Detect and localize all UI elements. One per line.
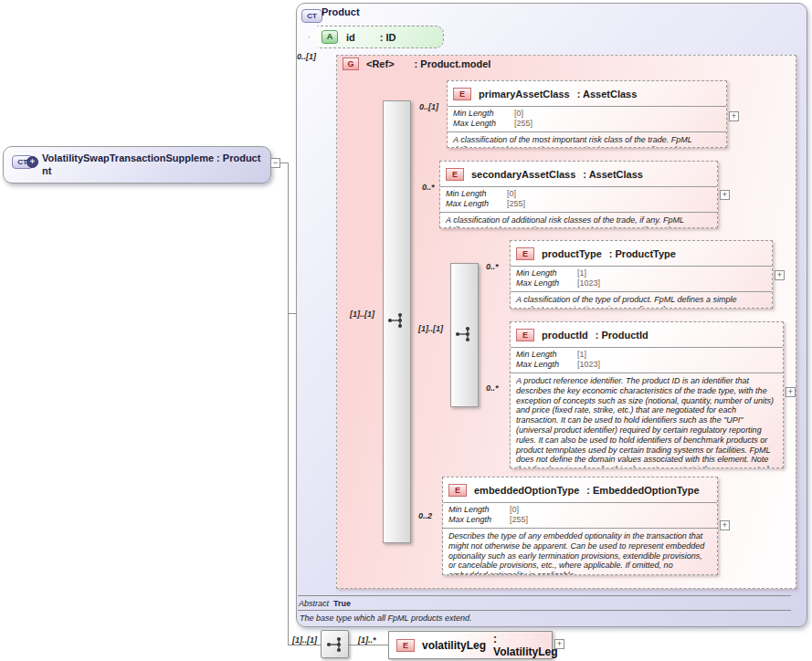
cardinality-label: 0..2 <box>418 511 432 520</box>
facet-label: Min Length <box>453 109 514 119</box>
ref-group-header[interactable]: G <Ref> : Product.model <box>343 58 490 70</box>
expand-button[interactable]: + <box>775 270 785 280</box>
root-type-box[interactable]: CT + VolatilitySwapTransactionSuppleme :… <box>3 146 271 184</box>
element-annotation: Describes the type of any embedded optio… <box>443 528 717 575</box>
element-facets: Min Length[1] Max Length[1023] <box>511 347 783 372</box>
cardinality-label: [1]..[1] <box>292 635 317 645</box>
abstract-label: Abstract <box>299 599 329 608</box>
expand-button[interactable]: + <box>554 639 564 649</box>
facet-value: [1023] <box>577 278 600 289</box>
element-name: productId <box>542 330 588 341</box>
root-type-name-line1: VolatilitySwapTransactionSuppleme : Prod… <box>42 152 265 164</box>
element-facets: Min Length[0] Max Length[255] <box>448 106 726 131</box>
sequence-icon[interactable] <box>386 311 406 333</box>
element-name: primaryAssetClass <box>479 89 570 100</box>
element-annotation: A classification of the type of product.… <box>511 291 772 309</box>
attribute-icon: A <box>322 30 338 44</box>
element-icon: E <box>448 484 467 497</box>
element-box-productId: E productId : ProductId Min Length[1] Ma… <box>510 321 784 468</box>
element-name: secondaryAssetClass <box>471 169 575 180</box>
attribute-id-box[interactable]: A id : ID <box>309 26 444 48</box>
group-icon: G <box>343 58 359 70</box>
element-name: volatilityLeg <box>422 639 486 652</box>
root-type-name-line2: nt <box>42 164 265 177</box>
element-icon: E <box>396 639 415 652</box>
facet-label: Max Length <box>516 278 577 289</box>
element-type: : AssetClass <box>583 169 643 180</box>
facet-label: Max Length <box>453 119 514 129</box>
cardinality-label: 0..* <box>486 383 499 393</box>
element-name: embeddedOptionType <box>474 485 579 496</box>
facet-value: [0] <box>507 189 516 199</box>
facet-label: Max Length <box>446 199 507 209</box>
connector-line <box>349 645 388 645</box>
element-icon: E <box>446 168 464 181</box>
facet-label: Max Length <box>448 515 510 525</box>
element-box-secondaryAssetClass: E secondaryAssetClass : AssetClass Min L… <box>439 161 718 228</box>
abstract-value: True <box>333 599 351 608</box>
element-type: : EmbeddedOptionType <box>586 485 699 496</box>
sequence-icon[interactable] <box>454 325 474 347</box>
element-facets: Min Length[1] Max Length[1023] <box>511 266 772 291</box>
facet-value: [255] <box>510 515 528 525</box>
facet-label: Min Length <box>446 189 507 199</box>
element-annotation: A classification of the most important r… <box>448 131 726 148</box>
collapse-button[interactable]: − <box>270 158 280 168</box>
element-type: : ProductId <box>596 330 649 341</box>
element-box-embeddedOptionType: E embeddedOptionType : EmbeddedOptionTyp… <box>442 477 718 575</box>
base-type-note: The base type which all FpML products ex… <box>300 614 471 623</box>
schema-diagram: CT Product G <Ref> : Product.model A id … <box>0 0 812 661</box>
element-annotation: A classification of additional risk clas… <box>440 212 717 228</box>
sequence-icon[interactable] <box>321 630 349 658</box>
complextype-icon: CT <box>301 5 322 23</box>
attribute-type: : ID <box>380 32 396 43</box>
element-header[interactable]: E productType : ProductType <box>511 241 772 266</box>
cardinality-label: 0..* <box>422 183 435 192</box>
cardinality-label: 0..* <box>486 262 499 271</box>
facet-value: [255] <box>514 119 533 129</box>
ref-group-name: <Ref> <box>366 58 395 69</box>
element-box-volatilityLeg[interactable]: E volatilityLeg : VolatilityLeg <box>388 631 553 659</box>
element-annotation: A product reference identifier. The prod… <box>511 372 783 468</box>
element-icon: E <box>516 329 534 341</box>
product-title: Product <box>322 6 360 17</box>
divider <box>298 610 791 611</box>
ref-group-type: : Product.model <box>415 58 491 69</box>
facet-value: [1] <box>577 268 586 278</box>
element-icon: E <box>516 247 534 260</box>
facet-value: [1] <box>577 350 586 360</box>
element-header[interactable]: E primaryAssetClass : AssetClass <box>448 81 726 106</box>
expand-button[interactable]: + <box>720 520 730 530</box>
expand-button[interactable]: + <box>786 387 796 397</box>
element-type: : ProductType <box>609 248 676 259</box>
element-type: : VolatilityLeg <box>493 633 557 658</box>
element-type: : AssetClass <box>577 89 638 100</box>
facet-label: Min Length <box>448 505 510 515</box>
expand-button[interactable]: + <box>720 190 730 200</box>
element-facets: Min Length[0] Max Length[255] <box>440 186 717 212</box>
element-box-primaryAssetClass: E primaryAssetClass : AssetClass Min Len… <box>447 80 727 148</box>
cardinality-label: [1]..* <box>358 635 376 645</box>
cardinality-label: [1]..[1] <box>350 310 374 319</box>
cardinality-label: [1]..[1] <box>418 324 443 333</box>
facet-value: [0] <box>514 109 523 119</box>
facet-value: [1023] <box>577 360 600 370</box>
facet-label: Min Length <box>516 268 577 278</box>
plus-badge: + <box>26 156 38 168</box>
divider <box>298 595 791 596</box>
element-header[interactable]: E productId : ProductId <box>511 322 783 347</box>
expand-button[interactable]: + <box>729 111 739 121</box>
attribute-name: id <box>346 32 355 43</box>
element-name: productType <box>542 248 602 259</box>
ct-badge: CT <box>301 9 322 23</box>
facet-label: Max Length <box>516 360 577 370</box>
element-box-productType: E productType : ProductType Min Length[1… <box>510 240 773 309</box>
cardinality-label: 0..[1] <box>297 52 316 61</box>
element-header[interactable]: E secondaryAssetClass : AssetClass <box>440 162 717 186</box>
complextype-plus-icon: CT + <box>12 154 33 169</box>
cardinality-label: 0..[1] <box>419 102 438 111</box>
element-icon: E <box>453 88 471 100</box>
connector-line <box>288 163 289 645</box>
facet-value: [255] <box>507 199 525 209</box>
element-header[interactable]: E embeddedOptionType : EmbeddedOptionTyp… <box>443 477 717 502</box>
